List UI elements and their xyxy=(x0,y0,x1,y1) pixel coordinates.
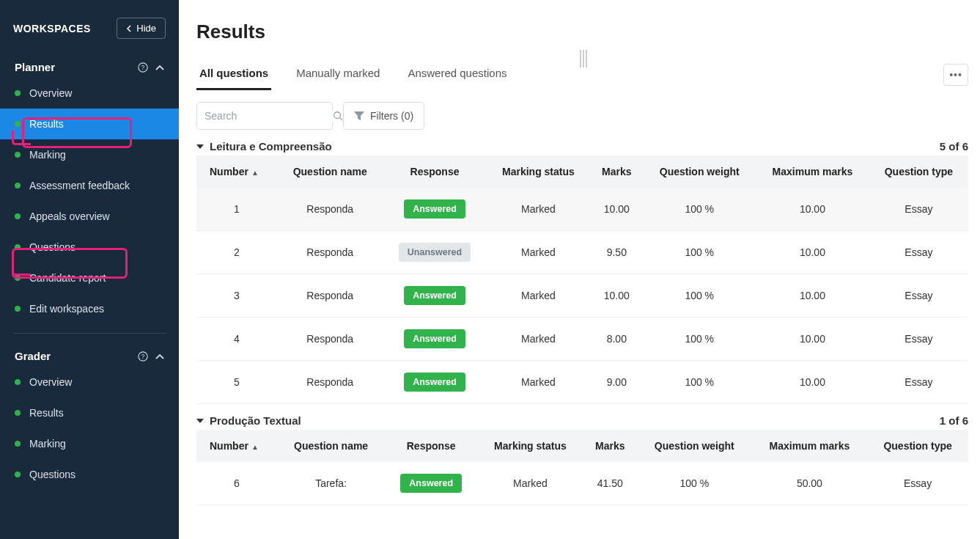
cell-question-name: Responda xyxy=(277,274,383,318)
sidebar-item-edit-workspaces[interactable]: Edit workspaces xyxy=(0,293,179,324)
sidebar-item-overview[interactable]: Overview xyxy=(0,367,179,397)
sidebar-item-results[interactable]: Results xyxy=(0,397,179,428)
cell-response: Answered xyxy=(383,188,486,231)
search-input[interactable] xyxy=(205,110,333,122)
sidebar-item-marking[interactable]: Marking xyxy=(0,139,179,170)
sidebar-item-questions[interactable]: Questions xyxy=(0,459,179,490)
col-response[interactable]: Response xyxy=(385,430,477,462)
group-count: 5 of 6 xyxy=(940,140,968,153)
cell-marks: 9.50 xyxy=(590,231,643,274)
cell-question-weight: 100 % xyxy=(643,274,756,318)
sidebar-section-header[interactable]: Grader ? xyxy=(0,345,179,367)
status-dot-icon xyxy=(15,152,21,158)
col-question-type[interactable]: Question type xyxy=(867,430,968,462)
cell-number: 4 xyxy=(196,318,277,361)
cell-max-marks: 10.00 xyxy=(756,274,869,318)
cell-max-marks: 50.00 xyxy=(752,462,868,505)
sidebar-item-candidate-report[interactable]: Candidate report xyxy=(0,263,179,293)
sidebar-item-label: Results xyxy=(29,118,64,130)
col-max-marks[interactable]: Maximum marks xyxy=(752,430,868,462)
cell-question-name: Responda xyxy=(277,188,383,231)
sidebar-section-label: Planner xyxy=(15,61,55,73)
sidebar-item-overview[interactable]: Overview xyxy=(0,78,179,109)
sidebar-item-assessment-feedback[interactable]: Assessment feedback xyxy=(0,170,179,201)
page-title: Results xyxy=(196,21,968,43)
search-input-wrapper[interactable] xyxy=(196,102,333,130)
col-marks[interactable]: Marks xyxy=(583,430,637,462)
col-question-name[interactable]: Question name xyxy=(277,430,385,462)
group-toggle[interactable]: Produção Textual xyxy=(196,414,301,427)
cell-question-weight: 100 % xyxy=(643,231,756,274)
cell-response: Unanswered xyxy=(383,231,486,274)
filters-button[interactable]: Filters (0) xyxy=(343,102,424,130)
group-toggle[interactable]: Leitura e Compreensão xyxy=(196,140,332,153)
tab-answered-questions[interactable]: Answered questions xyxy=(405,59,509,90)
sidebar-item-label: Results xyxy=(29,407,64,419)
cell-max-marks: 10.00 xyxy=(756,318,869,361)
cell-marks: 10.00 xyxy=(590,274,643,318)
group-title: Produção Textual xyxy=(210,414,301,427)
col-marking-status[interactable]: Marking status xyxy=(477,430,583,462)
chevron-left-icon xyxy=(126,25,132,32)
chevron-up-icon[interactable] xyxy=(155,65,164,70)
sidebar-item-results[interactable]: Results xyxy=(0,109,179,139)
search-icon xyxy=(333,111,343,121)
col-response[interactable]: Response xyxy=(383,155,486,188)
sidebar-title: WORKSPACES xyxy=(13,23,91,34)
tab-all-questions[interactable]: All questions xyxy=(196,59,271,90)
sidebar-item-marking[interactable]: Marking xyxy=(0,428,179,459)
status-dot-icon xyxy=(15,121,21,127)
table-row[interactable]: 2 Responda Unanswered Marked 9.50 100 % … xyxy=(196,231,968,274)
sidebar-item-label: Marking xyxy=(29,149,66,161)
more-actions-button[interactable]: ••• xyxy=(943,64,968,86)
cell-max-marks: 10.00 xyxy=(756,188,869,231)
status-dot-icon xyxy=(15,90,21,96)
sidebar: WORKSPACES Hide Planner ? Overview Resul… xyxy=(0,0,179,539)
tab-manually-marked[interactable]: Manually marked xyxy=(293,59,383,90)
cell-question-name: Responda xyxy=(277,318,383,361)
help-icon[interactable]: ? xyxy=(138,62,148,73)
table-row[interactable]: 1 Responda Answered Marked 10.00 100 % 1… xyxy=(196,188,968,231)
cell-marking-status: Marked xyxy=(487,318,591,361)
col-question-type[interactable]: Question type xyxy=(869,155,968,188)
col-question-name[interactable]: Question name xyxy=(277,155,383,188)
ellipsis-icon: ••• xyxy=(949,69,962,81)
cell-question-weight: 100 % xyxy=(643,361,756,404)
col-max-marks[interactable]: Maximum marks xyxy=(756,155,869,188)
response-badge: Unanswered xyxy=(399,243,471,262)
group-count: 1 of 6 xyxy=(940,414,968,427)
status-dot-icon xyxy=(15,183,21,188)
cell-number: 6 xyxy=(196,462,277,505)
col-number[interactable]: Number▲ xyxy=(196,155,277,188)
cell-question-type: Essay xyxy=(867,462,968,505)
sidebar-section-header[interactable]: Planner ? xyxy=(0,56,179,78)
col-marking-status[interactable]: Marking status xyxy=(487,155,591,188)
cell-response: Answered xyxy=(383,318,486,361)
cell-response: Answered xyxy=(383,361,486,404)
sidebar-item-appeals-overview[interactable]: Appeals overview xyxy=(0,201,179,232)
col-question-weight[interactable]: Question weight xyxy=(643,155,756,188)
sidebar-divider xyxy=(13,333,166,334)
group-title: Leitura e Compreensão xyxy=(210,140,332,153)
sidebar-item-questions[interactable]: Questions xyxy=(0,232,179,263)
col-question-weight[interactable]: Question weight xyxy=(637,430,752,462)
cell-question-weight: 100 % xyxy=(637,462,752,505)
cell-number: 2 xyxy=(196,231,277,274)
hide-sidebar-button[interactable]: Hide xyxy=(117,18,166,39)
help-icon[interactable]: ? xyxy=(138,351,148,362)
chevron-up-icon[interactable] xyxy=(155,353,164,359)
col-number[interactable]: Number▲ xyxy=(196,430,277,462)
table-row[interactable]: 5 Responda Answered Marked 9.00 100 % 10… xyxy=(196,361,968,404)
cell-question-name: Tarefa: xyxy=(277,462,385,505)
sort-asc-icon: ▲ xyxy=(251,443,259,451)
caret-down-icon xyxy=(196,418,204,424)
cell-marks: 8.00 xyxy=(590,318,643,361)
svg-point-4 xyxy=(334,112,341,119)
cell-marking-status: Marked xyxy=(487,361,591,404)
col-marks[interactable]: Marks xyxy=(590,155,643,188)
status-dot-icon xyxy=(15,410,21,416)
response-badge: Answered xyxy=(400,474,462,493)
table-row[interactable]: 6 Tarefa: Answered Marked 41.50 100 % 50… xyxy=(196,462,968,505)
table-row[interactable]: 4 Responda Answered Marked 8.00 100 % 10… xyxy=(196,318,968,361)
table-row[interactable]: 3 Responda Answered Marked 10.00 100 % 1… xyxy=(196,274,968,318)
